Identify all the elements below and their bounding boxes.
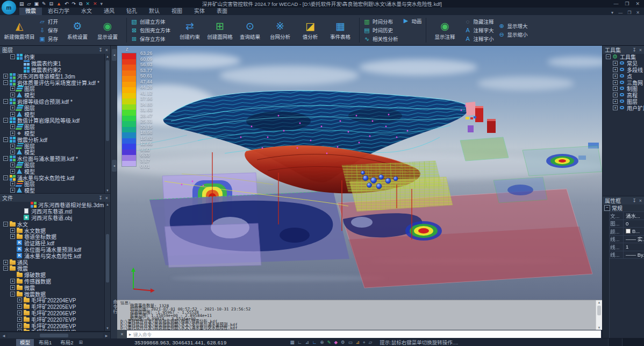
pin-icon[interactable]: ↧ [98,47,103,53]
ribbon-button-台网分析[interactable]: ※台网分析 [265,20,295,40]
ribbon-button-注释字小[interactable]: A注释字小 [464,35,494,43]
expander-icon[interactable]: − [3,222,8,227]
polar-icon[interactable]: ∟ [312,339,317,345]
close-teal-icon[interactable]: ✕ [86,1,90,7]
ribbon-button-查询结果[interactable]: ⊙查询结果 [235,20,265,40]
tree-item[interactable]: +模型 [0,187,104,193]
ribbon-button-显示设置[interactable]: ◉显示设置 [92,20,123,40]
close-red-icon[interactable]: ✕ [93,1,97,7]
tree-item[interactable]: +图层 [0,181,104,187]
doc-control-icon[interactable]: ▾ [611,10,613,15]
expander-icon[interactable]: + [17,298,22,302]
tree-item[interactable]: −水文 [0,221,104,227]
ribbon-button-保存立方体[interactable]: ⊞保存立方体 [131,35,170,43]
scroll-down-icon[interactable]: ▼ [105,326,110,331]
expander-icon[interactable]: + [613,61,618,66]
scroll-left-icon[interactable]: ◀ [0,334,8,337]
expander-icon[interactable]: + [10,112,15,117]
tree-item[interactable]: +通风 [0,259,104,265]
ribbon-button-显示增大[interactable]: ⊕显示增大 [498,22,528,30]
new-file-icon[interactable]: ▤ [19,1,24,7]
ribbon-button-隐藏注释[interactable]: ◌隐藏注释 [464,18,494,25]
ribbon-button-时间历史[interactable]: ▤时间历史 [363,26,398,34]
expander-icon[interactable]: − [3,99,8,104]
tree-item[interactable]: +多段线 [603,67,644,73]
tree-item[interactable]: −岩体质量评估与采场宽度计算.kdf * [0,79,104,86]
expander-icon[interactable]: + [17,310,22,315]
groundwater-contour-plane[interactable] [149,191,349,267]
expander-icon[interactable]: + [17,323,22,328]
close-icon[interactable]: × [105,47,108,53]
expander-icon[interactable]: + [17,329,22,331]
ribbon-button-创建面网格[interactable]: ⊞创建面网格 [205,20,235,40]
gear-icon[interactable]: ⚙ [341,339,345,345]
expander-icon[interactable]: + [613,74,618,79]
ribbon-button-显示注释[interactable]: ◉显示注释 [430,20,460,40]
doc-control-icon[interactable]: ❐ [627,10,631,15]
collapse-handle-icon[interactable]: ◂ [112,49,117,61]
ribbon-button-打开[interactable]: ▱打开 [39,18,58,25]
expander-icon[interactable]: − [3,266,8,271]
layout-tab-模型[interactable]: 模型 [16,339,34,346]
expander-icon[interactable]: + [17,304,22,309]
minimize-button[interactable]: — [613,1,618,6]
layers-scrollbar[interactable]: ▲ ▼ [104,54,110,193]
close-icon[interactable]: × [639,198,642,203]
expander-icon[interactable]: − [10,292,15,296]
tree-item[interactable]: +微震 [0,284,104,291]
files-scrollbar[interactable]: ▲ ▼ [104,202,110,331]
ribbon-button-保存[interactable]: ⇩保存 [39,26,58,34]
ribbon-button-相关性分析[interactable]: ∿相关性分析 [363,35,398,43]
expander-icon[interactable]: + [10,234,15,239]
tree-item[interactable]: −水位面与涌水量预测.kdf * [0,156,104,162]
target-icon[interactable]: ⌖ [363,339,366,345]
expander-icon[interactable]: + [10,181,15,186]
mesh-grid-planes[interactable] [342,161,453,211]
expander-icon[interactable]: + [10,86,15,91]
ribbon-tab-表面[interactable]: 表面 [211,8,233,15]
grid-toggle-icon[interactable]: ▦ [290,339,295,345]
ribbon-button-值分析[interactable]: ◪值分析 [295,20,325,40]
scroll-down-icon[interactable]: ▼ [105,188,110,193]
expander-icon[interactable]: + [10,150,15,154]
pin-icon[interactable]: ↧ [98,195,103,201]
close-button[interactable]: ✕ [635,1,640,6]
expander-icon[interactable]: + [3,74,8,79]
expander-icon[interactable]: − [10,54,15,59]
ribbon-button-动画[interactable]: ▶动画 [403,17,422,25]
angle-icon[interactable]: ⊿ [356,339,360,345]
ribbon-tab-通风[interactable]: 通风 [98,8,120,15]
expander-icon[interactable]: + [10,131,15,136]
close-command-icon[interactable]: × [117,330,127,338]
ribbon-button-系统设置[interactable]: ⚙系统设置 [62,20,92,40]
ribbon-button-时间分布[interactable]: ▥时间分布 [363,18,398,25]
tree-item[interactable]: +高程 [603,92,644,98]
new-layout-icon[interactable]: ⊞ [79,340,83,345]
expander-icon[interactable]: − [606,54,611,59]
ribbon-button-注释字大[interactable]: A注释字大 [464,26,494,34]
pin-icon[interactable]: ↧ [632,198,636,203]
window-icon[interactable]: ⧉ [79,1,82,7]
open-file-icon[interactable]: ▱ [27,1,31,7]
ribbon-tab-钻孔[interactable]: 钻孔 [120,8,143,15]
properties-group-header[interactable]: − 常规 [603,204,644,212]
expander-icon[interactable]: + [613,86,618,91]
layout-tab-布局2[interactable]: 布局2 [56,339,77,346]
tree-item[interactable]: +制图 [603,86,644,92]
save-icon[interactable]: ▣ [34,1,39,7]
expander-icon[interactable]: + [10,228,15,233]
expander-icon[interactable]: − [3,80,8,85]
collapse-icon[interactable]: − [604,205,610,211]
expander-icon[interactable]: − [3,175,8,180]
tree-item[interactable]: −微震分析.kdf [0,136,104,143]
ribbon-tab-默认[interactable]: 默认 [143,8,166,15]
scroll-up-icon[interactable]: ▲ [596,300,602,305]
files-horizontal-scrollbar[interactable]: ◀ ▶ [0,331,110,338]
tree-item[interactable]: −工具集 [603,54,644,60]
doc-control-icon[interactable]: — [618,10,622,15]
expander-icon[interactable]: + [10,124,15,129]
expander-icon[interactable]: − [3,118,8,123]
panel-splitter[interactable]: ◂ ◂ 命令行 [110,46,117,338]
expander-icon[interactable]: + [10,144,15,149]
doc-control-icon[interactable]: ✕ [636,10,640,15]
